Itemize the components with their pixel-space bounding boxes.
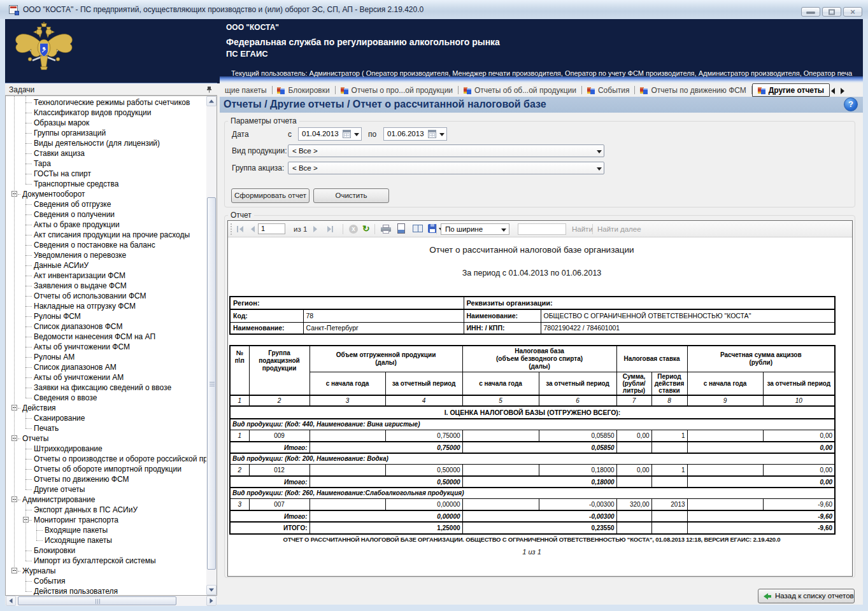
date-to-input[interactable]: 01.06.2013 [383, 127, 447, 141]
header-service-name: Федеральная служба по регулированию алко… [226, 37, 500, 47]
tab-item-3[interactable]: Отчеты об об...ой продукции [459, 83, 581, 97]
tree-item[interactable]: Акты об уничтожении АМ [6, 372, 206, 383]
tree-item[interactable]: Сведения о ввозе [6, 393, 206, 403]
tree-item[interactable]: Отчеты об использовании ФСМ [6, 291, 206, 301]
tab-item-1[interactable]: Блокировки [272, 83, 334, 97]
minimize-button[interactable] [801, 7, 820, 17]
title-bar[interactable]: ООО "КОСТА" - ПС предприятий, осуществля… [0, 0, 868, 19]
tab-item-4[interactable]: События [582, 83, 635, 97]
vscroll-thumb[interactable] [207, 197, 216, 570]
tree-item[interactable]: Импорт из бухгалтерской системы [6, 556, 206, 566]
export-save-icon[interactable] [428, 224, 437, 233]
find-next-button[interactable]: Найти далее [597, 225, 641, 233]
tab-item-0[interactable]: щие пакеты [220, 83, 272, 97]
excise-group-combo[interactable]: < Все > [288, 162, 604, 174]
first-page-icon[interactable] [237, 226, 238, 232]
stop-icon[interactable]: x [349, 225, 358, 234]
dropdown-arrow-icon[interactable] [597, 167, 602, 171]
tree-item[interactable]: Тара [6, 158, 206, 169]
first-page-icon[interactable] [239, 226, 243, 232]
tree-item[interactable]: Экспорт данных в ПС АСИиУ [6, 505, 206, 515]
find-button[interactable]: Найти [572, 225, 593, 233]
dropdown-arrow-icon[interactable] [501, 228, 506, 232]
pin-icon[interactable] [206, 86, 213, 93]
tree-item[interactable]: События [6, 576, 206, 586]
scroll-left-icon[interactable] [6, 596, 16, 606]
dropdown-arrow-icon[interactable] [597, 150, 602, 153]
tree-item[interactable]: Отчеты по движению ФСМ [6, 474, 206, 484]
tree-item[interactable]: Рулоны ФСМ [6, 311, 206, 321]
help-icon[interactable]: ? [844, 97, 858, 111]
generate-report-button[interactable]: Сформировать отчет [231, 188, 309, 203]
tree-item[interactable]: Акт списания продукции на прочие расходы [6, 230, 206, 240]
tree-item[interactable]: Ведомости нанесения ФСМ на АП [6, 332, 206, 342]
scroll-up-icon[interactable] [206, 96, 217, 106]
tree-item[interactable]: Акт инвентаризации ФСМ [6, 270, 206, 281]
tree-item[interactable]: ГОСТы на спирт [6, 169, 206, 179]
last-page-icon[interactable] [332, 226, 333, 232]
tree-item[interactable]: Сведения об отгрузке [6, 199, 206, 209]
tree-item[interactable]: Ставки акциза [6, 148, 206, 158]
tree-item[interactable]: Документооборот [6, 189, 206, 199]
tree-item[interactable]: Администрирование [6, 495, 206, 505]
product-type-combo[interactable]: < Все > [288, 144, 604, 157]
print-preview-icon[interactable] [413, 225, 423, 232]
clear-button[interactable]: Очистить [313, 188, 389, 203]
tree-horizontal-scrollbar[interactable] [6, 596, 217, 606]
dropdown-arrow-icon[interactable] [439, 133, 445, 136]
tree-item[interactable]: Накладные на отгрузку ФСМ [6, 301, 206, 311]
dropdown-arrow-icon[interactable] [354, 133, 359, 136]
print-icon[interactable] [381, 224, 391, 234]
tab-item-6[interactable]: Другие отчеты [752, 83, 830, 97]
last-page-icon[interactable] [327, 226, 331, 232]
tree-item[interactable]: Печать [6, 423, 206, 433]
tree-item[interactable]: Сканирование [6, 413, 206, 423]
tree-item[interactable]: Отчеты [6, 433, 206, 444]
next-page-icon[interactable] [313, 226, 317, 232]
tree-item[interactable]: Акты о браке продукции [6, 220, 206, 230]
tree-item[interactable]: Заявки на фиксацию сведений о ввозе [6, 383, 206, 393]
tree-item[interactable]: Другие отчеты [6, 484, 206, 495]
tree-item[interactable]: Отчеты о производстве и обороте российск… [6, 454, 206, 464]
back-to-reports-button[interactable]: Назад к списку отчетов [758, 589, 855, 603]
tree-item[interactable]: Данные АСИиУ [6, 260, 206, 270]
tree-item[interactable]: Классификатор видов продукции [6, 108, 206, 118]
tree-item[interactable]: Штрихкодирование [6, 444, 206, 454]
tree-item[interactable]: Список диапазонов АМ [6, 362, 206, 372]
tree-item[interactable]: Список диапазонов ФСМ [6, 321, 206, 332]
tree-vertical-scrollbar[interactable] [206, 96, 217, 595]
date-from-input[interactable]: 01.04.2013 [298, 127, 362, 141]
tree-item[interactable]: Действия [6, 403, 206, 413]
tab-item-2[interactable]: Отчеты о про...ой продукции [336, 83, 459, 97]
tree-item[interactable]: Сведения о постановке на баланс [6, 240, 206, 250]
tabs-scroll-right-icon[interactable] [841, 88, 844, 94]
search-input[interactable] [518, 223, 566, 235]
report-period: За период с 01.04.2013 по 01.06.2013 [229, 269, 834, 277]
tree-item[interactable]: Отчеты об обороте импортной продукции [6, 464, 206, 474]
page-number-input[interactable]: 1 [258, 223, 285, 234]
tree-item[interactable]: Блокировки [6, 545, 206, 556]
tree-item[interactable]: Группы организаций [6, 128, 206, 138]
tree-item[interactable]: Технологические режимы работы счетчиков [6, 97, 206, 108]
tabs-scroll-left-icon[interactable] [831, 88, 835, 94]
tree-item[interactable]: Акты об уничтожении ФСМ [6, 342, 206, 352]
tree-item[interactable]: Образцы марок [6, 118, 206, 128]
tree-item[interactable]: Рулоны АМ [6, 352, 206, 362]
tree-item[interactable]: Сведения о получении [6, 209, 206, 220]
maximize-button[interactable] [822, 7, 841, 17]
tree-item[interactable]: Транспортные средства [6, 179, 206, 189]
scroll-down-icon[interactable] [206, 585, 217, 595]
tree-item[interactable]: Виды деятельности (для лицензий) [6, 138, 206, 148]
refresh-icon[interactable]: ↻ [362, 223, 370, 234]
tree-item[interactable]: Уведомления о перевозке [6, 250, 206, 260]
tree-item[interactable]: Действия пользователя [6, 586, 206, 595]
zoom-combo[interactable]: По ширине [441, 223, 509, 235]
close-button[interactable]: × [843, 7, 862, 17]
tree-item[interactable]: Заявления о выдаче ФСМ [6, 281, 206, 291]
tab-item-5[interactable]: Отчеты по движению ФСМ [635, 83, 751, 97]
scroll-right-icon[interactable] [206, 596, 217, 606]
page-setup-icon[interactable] [397, 223, 405, 234]
tree-item[interactable]: Журналы [6, 566, 206, 576]
hscroll-thumb[interactable] [18, 596, 176, 605]
prev-page-icon[interactable] [251, 226, 255, 232]
